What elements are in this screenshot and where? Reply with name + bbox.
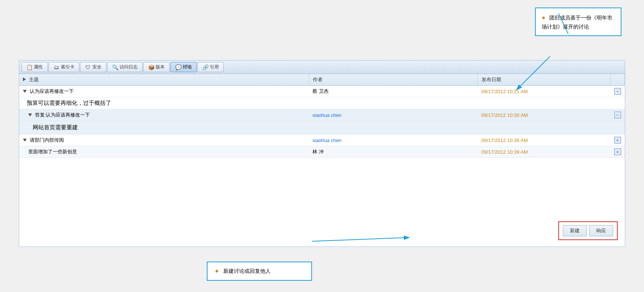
- arrow-bottom: [308, 230, 421, 253]
- security-icon: 🛡: [85, 64, 91, 70]
- table-row: 答复:认为应该再修改一下 xiaohua chen 09/17/2012 10:…: [19, 109, 625, 121]
- minus-icon[interactable]: −: [614, 112, 621, 118]
- minus-icon[interactable]: −: [614, 88, 621, 95]
- row-date: 09/17/2012 10:30 AM: [477, 109, 610, 121]
- row-date: 09/17/2012 10:39 AM: [477, 146, 610, 158]
- table-row: 里面增加了一些新创意 林 冲 09/17/2012 10:39 AM +: [19, 146, 625, 158]
- reference-icon: 🔗: [202, 64, 208, 70]
- bullet-icon: ●: [215, 268, 219, 274]
- plus-icon[interactable]: +: [614, 137, 621, 144]
- bullet-icon: ●: [542, 14, 546, 21]
- row-author: xiaohua chen: [309, 135, 477, 146]
- row-author: 蔡 卫杰: [309, 86, 477, 97]
- discussion-icon: 💬: [175, 64, 181, 70]
- table-row: 请部门内部传阅 xiaohua chen 09/17/2012 10:36 AM…: [19, 135, 625, 146]
- version-icon: 📦: [148, 64, 154, 70]
- table-row: 预算可以需要再细化，过于概括了: [19, 97, 625, 109]
- col-header-author: 作者: [309, 74, 477, 86]
- arrow-top: [494, 53, 569, 98]
- tab-properties[interactable]: 📋 属性: [21, 62, 48, 72]
- expand-icon[interactable]: [28, 113, 32, 116]
- plus-icon[interactable]: +: [614, 148, 621, 155]
- table-row: 网站首页需要重建: [19, 121, 625, 135]
- properties-icon: 📋: [26, 64, 32, 70]
- row-date: 09/17/2012 10:36 AM: [477, 135, 610, 146]
- callout-top-text: 团归成员基于一份《明年市场计划》展开的讨论: [542, 15, 612, 30]
- row-expand-btn[interactable]: +: [611, 135, 625, 146]
- callout-top: ● 团归成员基于一份《明年市场计划》展开的讨论: [535, 8, 621, 36]
- tab-index[interactable]: 🗂 索引卡: [48, 62, 79, 72]
- access-log-icon: 🔍: [112, 64, 118, 70]
- tab-discussion[interactable]: 💬 讨论: [170, 62, 197, 72]
- tab-version[interactable]: 📦 版本: [143, 62, 170, 72]
- row-expand-btn[interactable]: −: [611, 109, 625, 121]
- col-header-title: 主题: [19, 74, 309, 86]
- row-reply-content-text: 网站首页需要重建: [19, 121, 625, 135]
- reply-button[interactable]: 响应: [589, 225, 613, 236]
- row-author: 林 冲: [309, 146, 477, 158]
- row-title: 请部门内部传阅: [19, 135, 309, 146]
- row-author: xiaohua chen: [309, 109, 477, 121]
- col-header-expand: [611, 74, 625, 86]
- button-area: 新建 响应: [558, 221, 618, 240]
- row-title: 答复:认为应该再修改一下: [19, 109, 309, 121]
- new-button[interactable]: 新建: [563, 225, 587, 236]
- tab-security[interactable]: 🛡 安全: [80, 62, 106, 72]
- tab-reference[interactable]: 🔗 引用: [197, 62, 224, 72]
- index-icon: 🗂: [53, 64, 59, 70]
- row-expand-btn[interactable]: −: [611, 86, 625, 97]
- row-title: 认为应该再修改一下: [19, 86, 309, 97]
- row-title: 里面增加了一些新创意: [19, 146, 309, 158]
- row-expand-btn[interactable]: +: [611, 146, 625, 158]
- tab-access-log[interactable]: 🔍 访问日志: [107, 62, 142, 72]
- callout-bottom: ● 新建讨论或回复他人: [207, 262, 312, 281]
- row-content-text: 预算可以需要再细化，过于概括了: [19, 97, 625, 109]
- expand-icon[interactable]: [23, 90, 27, 93]
- expand-icon[interactable]: [23, 139, 27, 142]
- sort-icon: [23, 77, 26, 81]
